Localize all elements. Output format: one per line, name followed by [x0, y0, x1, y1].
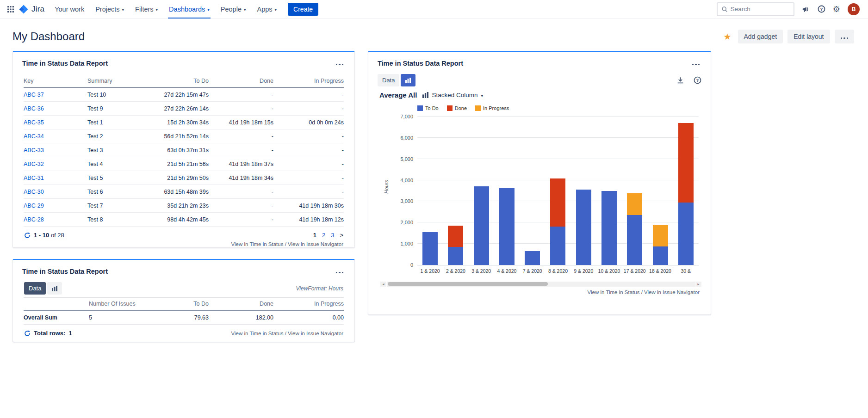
bar-segment-done[interactable] — [550, 178, 565, 227]
table-header-row: Number Of Issues To Do Done In Progress — [24, 298, 344, 311]
bar-segment-in-progress[interactable] — [627, 193, 642, 215]
issue-key-link[interactable]: ABC-32 — [24, 161, 44, 167]
legend-swatch — [417, 105, 423, 111]
favorite-star-icon[interactable]: ★ — [723, 32, 731, 41]
issue-key-link[interactable]: ABC-37 — [24, 92, 44, 98]
nav-projects[interactable]: Projects ▾ — [90, 0, 130, 18]
search-box[interactable] — [717, 2, 794, 16]
nav-dashboards[interactable]: Dashboards ▾ — [163, 0, 215, 18]
bar-segment-in-progress[interactable] — [653, 225, 668, 246]
bar-segment-to-do[interactable] — [525, 251, 540, 265]
chart-scrollbar[interactable]: ◄ ► — [380, 281, 701, 287]
page-3[interactable]: 3 — [331, 232, 334, 239]
stacked-bar[interactable] — [601, 117, 617, 265]
settings-gear-icon[interactable]: ⚙ — [833, 5, 840, 13]
view-links[interactable]: View in Time in Status / View in Issue N… — [379, 289, 700, 295]
jira-logo[interactable]: Jira — [17, 4, 49, 14]
stacked-bar[interactable] — [499, 117, 515, 265]
view-links[interactable]: View in Time in Status / View in Issue N… — [231, 331, 343, 336]
bar-segment-to-do[interactable] — [448, 247, 463, 265]
stacked-bar[interactable] — [525, 117, 540, 265]
stacked-bar[interactable] — [627, 117, 642, 265]
done-sum: 182.00 — [209, 310, 273, 325]
dashboard-more-button[interactable] — [835, 30, 855, 43]
gadget-title: Time in Status Data Report — [22, 60, 108, 67]
issues-count: 5 — [89, 310, 148, 325]
next-page-button[interactable]: > — [340, 232, 343, 239]
issue-key-link[interactable]: ABC-30 — [24, 189, 44, 195]
scrollbar-thumb[interactable] — [388, 282, 548, 286]
nav-people[interactable]: People ▾ — [215, 0, 252, 18]
todo-time: 27d 22h 26m 14s — [148, 102, 209, 116]
stacked-bar[interactable] — [474, 117, 489, 265]
gadget-more-button[interactable] — [334, 266, 346, 277]
stacked-bar[interactable] — [653, 117, 668, 265]
stacked-bar[interactable] — [422, 117, 438, 265]
chart-help-icon[interactable]: ? — [694, 76, 701, 84]
summary-table: Number Of Issues To Do Done In Progress … — [24, 297, 344, 325]
data-view-button[interactable]: Data — [24, 282, 46, 295]
bar-segment-to-do[interactable] — [474, 186, 489, 265]
dashboard-grid: Time in Status Data Report Key Summary T… — [0, 50, 868, 342]
col-todo: To Do — [148, 298, 209, 311]
view-links[interactable]: View in Time in Status / View in Issue N… — [24, 241, 343, 247]
nav-apps[interactable]: Apps ▾ — [252, 0, 283, 18]
issue-key-link[interactable]: ABC-34 — [24, 133, 44, 140]
issue-key-link[interactable]: ABC-33 — [24, 147, 44, 154]
stacked-bar[interactable] — [550, 117, 565, 265]
table-row: ABC-37Test 1027d 22h 15m 47s-- — [24, 87, 344, 102]
stacked-bar[interactable] — [576, 117, 591, 265]
help-icon[interactable]: ? — [818, 5, 825, 13]
stacked-bar[interactable] — [678, 117, 694, 265]
issue-key-link[interactable]: ABC-29 — [24, 203, 44, 209]
bar-segment-to-do[interactable] — [576, 190, 591, 265]
announcement-icon[interactable] — [802, 5, 810, 13]
download-icon[interactable] — [676, 76, 684, 84]
scroll-right-arrow[interactable]: ► — [695, 282, 701, 287]
bar-slot — [545, 117, 570, 265]
bar-slot — [673, 117, 699, 265]
issue-key-link[interactable]: ABC-36 — [24, 105, 44, 112]
y-tick-label: 5,000 — [400, 156, 413, 162]
bar-segment-done[interactable] — [448, 226, 463, 247]
stacked-bar[interactable] — [448, 117, 463, 265]
bar-segment-to-do[interactable] — [601, 191, 617, 265]
bar-slot — [469, 117, 494, 265]
scroll-left-arrow[interactable]: ◄ — [380, 282, 386, 287]
bar-segment-to-do[interactable] — [550, 227, 565, 265]
overall-sum-label: Overall Sum — [24, 310, 89, 325]
bar-segment-to-do[interactable] — [653, 246, 668, 265]
bar-segment-to-do[interactable] — [422, 232, 438, 265]
issue-key-link[interactable]: ABC-31 — [24, 175, 44, 181]
table-row: ABC-30Test 663d 15h 48m 39s-- — [24, 185, 344, 199]
gadget-more-button[interactable] — [690, 58, 702, 68]
search-input[interactable] — [731, 6, 790, 12]
create-button[interactable]: Create — [288, 3, 318, 16]
data-view-button[interactable]: Data — [378, 74, 399, 86]
bar-segment-to-do[interactable] — [627, 215, 642, 265]
refresh-icon[interactable] — [24, 232, 31, 239]
bar-segment-to-do[interactable] — [499, 188, 515, 265]
page-1[interactable]: 1 — [313, 232, 316, 239]
scrollbar-track[interactable] — [387, 282, 695, 287]
chart-view-button[interactable] — [47, 282, 62, 295]
nav-filters[interactable]: Filters ▾ — [130, 0, 163, 18]
bar-slot — [622, 117, 647, 265]
page-2[interactable]: 2 — [322, 232, 325, 239]
refresh-icon[interactable] — [24, 330, 31, 337]
left-column: Time in Status Data Report Key Summary T… — [12, 51, 355, 342]
chevron-down-icon: ▾ — [207, 7, 210, 12]
edit-layout-button[interactable]: Edit layout — [787, 30, 830, 43]
bar-segment-to-do[interactable] — [678, 203, 694, 265]
user-avatar[interactable]: B — [848, 3, 860, 15]
gadget-more-button[interactable] — [334, 58, 346, 68]
chart-type-select[interactable]: Stacked Column ▾ — [422, 92, 483, 98]
issue-key-link[interactable]: ABC-35 — [24, 119, 44, 126]
app-switcher-button[interactable] — [5, 4, 17, 14]
bar-segment-done[interactable] — [678, 123, 694, 203]
nav-label: Projects — [95, 6, 119, 13]
issue-key-link[interactable]: ABC-28 — [24, 216, 44, 223]
nav-your-work[interactable]: Your work — [49, 0, 90, 18]
chart-view-button[interactable] — [401, 74, 415, 86]
add-gadget-button[interactable]: Add gadget — [738, 30, 783, 43]
